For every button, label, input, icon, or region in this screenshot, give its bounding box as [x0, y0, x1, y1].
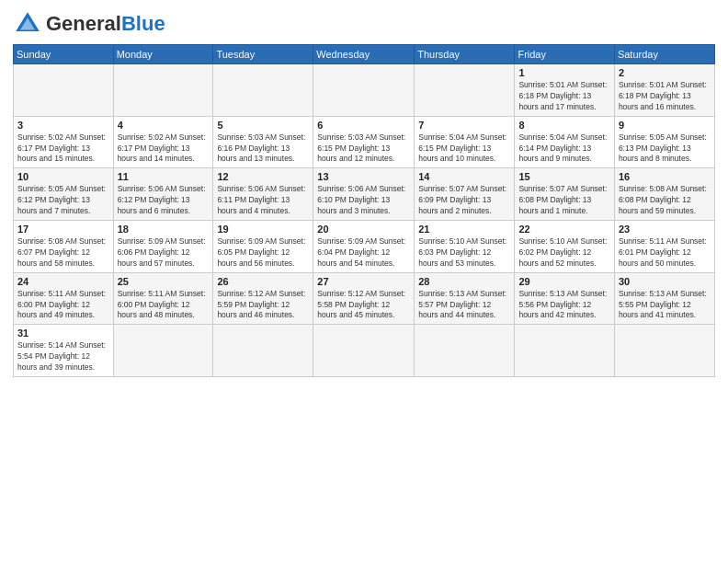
calendar-cell: [213, 64, 313, 117]
day-number: 13: [317, 171, 410, 182]
day-info: Sunrise: 5:08 AM Sunset: 6:07 PM Dayligh…: [17, 236, 109, 270]
day-number: 30: [619, 276, 711, 287]
logo: GeneralBlue: [13, 9, 165, 39]
calendar-cell: 14Sunrise: 5:07 AM Sunset: 6:09 PM Dayli…: [415, 168, 515, 221]
day-info: Sunrise: 5:01 AM Sunset: 6:18 PM Dayligh…: [619, 80, 711, 113]
calendar-cell: [415, 64, 515, 117]
day-number: 25: [118, 276, 210, 287]
calendar-cell: 10Sunrise: 5:05 AM Sunset: 6:12 PM Dayli…: [14, 168, 114, 221]
logo-text: GeneralBlue: [46, 14, 165, 34]
calendar-cell: 27Sunrise: 5:12 AM Sunset: 5:58 PM Dayli…: [313, 272, 415, 325]
calendar-cell: 22Sunrise: 5:10 AM Sunset: 6:02 PM Dayli…: [515, 221, 614, 273]
calendar-cell: [113, 325, 213, 377]
calendar-cell: 5Sunrise: 5:03 AM Sunset: 6:16 PM Daylig…: [213, 116, 313, 168]
day-info: Sunrise: 5:09 AM Sunset: 6:05 PM Dayligh…: [217, 236, 309, 270]
calendar-cell: 13Sunrise: 5:06 AM Sunset: 6:10 PM Dayli…: [313, 168, 415, 221]
day-info: Sunrise: 5:03 AM Sunset: 6:16 PM Dayligh…: [217, 132, 309, 166]
calendar-cell: 18Sunrise: 5:09 AM Sunset: 6:06 PM Dayli…: [113, 221, 213, 273]
calendar-cell: 15Sunrise: 5:07 AM Sunset: 6:08 PM Dayli…: [515, 168, 614, 221]
day-number: 2: [619, 67, 711, 78]
calendar-cell: 24Sunrise: 5:11 AM Sunset: 6:00 PM Dayli…: [14, 272, 114, 325]
day-number: 12: [217, 171, 309, 182]
calendar-week-row: 10Sunrise: 5:05 AM Sunset: 6:12 PM Dayli…: [14, 168, 715, 221]
calendar-cell: 9Sunrise: 5:05 AM Sunset: 6:13 PM Daylig…: [614, 116, 714, 168]
weekday-header-saturday: Saturday: [614, 45, 714, 64]
day-number: 17: [17, 224, 109, 235]
day-info: Sunrise: 5:11 AM Sunset: 6:01 PM Dayligh…: [619, 236, 711, 270]
calendar-cell: 19Sunrise: 5:09 AM Sunset: 6:05 PM Dayli…: [213, 221, 313, 273]
day-number: 19: [217, 224, 309, 235]
day-number: 22: [518, 224, 609, 235]
weekday-header-sunday: Sunday: [14, 45, 114, 64]
day-number: 21: [418, 224, 510, 235]
day-number: 27: [317, 276, 410, 287]
calendar-week-row: 1Sunrise: 5:01 AM Sunset: 6:18 PM Daylig…: [14, 64, 715, 117]
day-number: 28: [418, 276, 510, 287]
day-number: 14: [418, 171, 510, 182]
day-info: Sunrise: 5:03 AM Sunset: 6:15 PM Dayligh…: [317, 132, 410, 166]
calendar-cell: 26Sunrise: 5:12 AM Sunset: 5:59 PM Dayli…: [213, 272, 313, 325]
day-number: 20: [317, 224, 410, 235]
day-info: Sunrise: 5:02 AM Sunset: 6:17 PM Dayligh…: [118, 132, 210, 166]
calendar-cell: 23Sunrise: 5:11 AM Sunset: 6:01 PM Dayli…: [614, 221, 714, 273]
calendar-cell: [14, 64, 114, 117]
day-number: 11: [118, 171, 210, 182]
day-info: Sunrise: 5:07 AM Sunset: 6:08 PM Dayligh…: [518, 184, 609, 217]
day-info: Sunrise: 5:06 AM Sunset: 6:11 PM Dayligh…: [217, 184, 309, 217]
day-info: Sunrise: 5:12 AM Sunset: 5:58 PM Dayligh…: [317, 289, 410, 322]
day-info: Sunrise: 5:09 AM Sunset: 6:06 PM Dayligh…: [118, 236, 210, 270]
calendar-table: SundayMondayTuesdayWednesdayThursdayFrid…: [13, 44, 715, 377]
calendar-body: 1Sunrise: 5:01 AM Sunset: 6:18 PM Daylig…: [14, 64, 715, 377]
weekday-header-monday: Monday: [113, 45, 213, 64]
day-number: 1: [518, 67, 609, 78]
weekday-header-wednesday: Wednesday: [313, 45, 415, 64]
calendar-week-row: 31Sunrise: 5:14 AM Sunset: 5:54 PM Dayli…: [14, 325, 715, 377]
weekday-header-thursday: Thursday: [415, 45, 515, 64]
day-number: 26: [217, 276, 309, 287]
calendar-cell: 21Sunrise: 5:10 AM Sunset: 6:03 PM Dayli…: [415, 221, 515, 273]
calendar-cell: 2Sunrise: 5:01 AM Sunset: 6:18 PM Daylig…: [614, 64, 714, 117]
day-info: Sunrise: 5:07 AM Sunset: 6:09 PM Dayligh…: [418, 184, 510, 217]
day-number: 7: [418, 120, 510, 131]
day-info: Sunrise: 5:13 AM Sunset: 5:55 PM Dayligh…: [619, 289, 711, 322]
day-info: Sunrise: 5:13 AM Sunset: 5:56 PM Dayligh…: [518, 289, 609, 322]
calendar-cell: [614, 325, 714, 377]
day-number: 4: [118, 120, 210, 131]
day-number: 3: [17, 120, 109, 131]
calendar-page: GeneralBlue SundayMondayTuesdayWednesday…: [0, 0, 728, 563]
day-number: 24: [17, 276, 109, 287]
calendar-cell: 31Sunrise: 5:14 AM Sunset: 5:54 PM Dayli…: [14, 325, 114, 377]
day-info: Sunrise: 5:04 AM Sunset: 6:15 PM Dayligh…: [418, 132, 510, 166]
calendar-cell: [515, 325, 614, 377]
calendar-cell: 25Sunrise: 5:11 AM Sunset: 6:00 PM Dayli…: [113, 272, 213, 325]
day-info: Sunrise: 5:11 AM Sunset: 6:00 PM Dayligh…: [118, 289, 210, 322]
day-number: 5: [217, 120, 309, 131]
weekday-header-tuesday: Tuesday: [213, 45, 313, 64]
day-info: Sunrise: 5:08 AM Sunset: 6:08 PM Dayligh…: [619, 184, 711, 217]
day-info: Sunrise: 5:02 AM Sunset: 6:17 PM Dayligh…: [17, 132, 109, 166]
header: GeneralBlue: [13, 9, 715, 39]
day-number: 10: [17, 171, 109, 182]
calendar-week-row: 3Sunrise: 5:02 AM Sunset: 6:17 PM Daylig…: [14, 116, 715, 168]
day-number: 6: [317, 120, 410, 131]
calendar-week-row: 24Sunrise: 5:11 AM Sunset: 6:00 PM Dayli…: [14, 272, 715, 325]
day-info: Sunrise: 5:10 AM Sunset: 6:03 PM Dayligh…: [418, 236, 510, 270]
weekday-header-row: SundayMondayTuesdayWednesdayThursdayFrid…: [14, 45, 715, 64]
day-number: 8: [518, 120, 609, 131]
calendar-cell: [113, 64, 213, 117]
calendar-cell: 4Sunrise: 5:02 AM Sunset: 6:17 PM Daylig…: [113, 116, 213, 168]
calendar-cell: 6Sunrise: 5:03 AM Sunset: 6:15 PM Daylig…: [313, 116, 415, 168]
calendar-cell: 3Sunrise: 5:02 AM Sunset: 6:17 PM Daylig…: [14, 116, 114, 168]
calendar-cell: 28Sunrise: 5:13 AM Sunset: 5:57 PM Dayli…: [415, 272, 515, 325]
calendar-week-row: 17Sunrise: 5:08 AM Sunset: 6:07 PM Dayli…: [14, 221, 715, 273]
day-info: Sunrise: 5:13 AM Sunset: 5:57 PM Dayligh…: [418, 289, 510, 322]
calendar-cell: [313, 64, 415, 117]
calendar-cell: 1Sunrise: 5:01 AM Sunset: 6:18 PM Daylig…: [515, 64, 614, 117]
calendar-cell: 16Sunrise: 5:08 AM Sunset: 6:08 PM Dayli…: [614, 168, 714, 221]
day-info: Sunrise: 5:05 AM Sunset: 6:12 PM Dayligh…: [17, 184, 109, 217]
logo-icon: [13, 9, 42, 39]
day-info: Sunrise: 5:05 AM Sunset: 6:13 PM Dayligh…: [619, 132, 711, 166]
day-info: Sunrise: 5:04 AM Sunset: 6:14 PM Dayligh…: [518, 132, 609, 166]
day-number: 23: [619, 224, 711, 235]
day-info: Sunrise: 5:06 AM Sunset: 6:10 PM Dayligh…: [317, 184, 410, 217]
